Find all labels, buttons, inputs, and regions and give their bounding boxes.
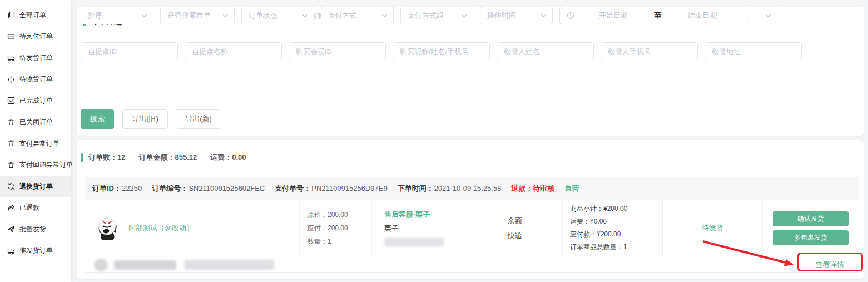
goods-subtotal: 商品小计：¥200.00 bbox=[570, 204, 662, 214]
copy-icon bbox=[7, 11, 15, 19]
order-body: 阿部测试（勿改动） 原价：200.00 应付：200.00 数量：1 售后客服-… bbox=[85, 200, 859, 256]
amount-payable: 应付款：¥200.00 bbox=[570, 230, 662, 239]
sidebar-item-label: 全部订单 bbox=[19, 11, 46, 20]
check-square-icon bbox=[7, 97, 15, 105]
sidebar-item-label: 批量发货 bbox=[19, 225, 46, 234]
confirm-shipment-button[interactable]: 确认发货 bbox=[773, 211, 849, 226]
pickup-id-input[interactable] bbox=[81, 42, 178, 60]
summary-order-count: 订单数：12 bbox=[88, 152, 125, 162]
actions-cell: 确认发货 多包裹发货 bbox=[762, 200, 859, 256]
chevron-down-icon bbox=[381, 13, 388, 19]
service-cell: 售后客服-栗子 栗子 bbox=[371, 200, 467, 256]
refresh-icon bbox=[7, 182, 15, 190]
trash-icon bbox=[7, 118, 15, 126]
filter-row-3: 排序 是否搜索首单 订单状态 支付方式 支付方式组 操作时间 bbox=[81, 7, 748, 24]
payment-no: 支付单号：PN21100915256D97E9 bbox=[275, 184, 387, 194]
after-sales-rep: 售后客服-栗子 bbox=[384, 210, 467, 220]
sidebar-item-pending-receipt[interactable]: 待收货订单 bbox=[0, 69, 71, 91]
pickup-name-input[interactable] bbox=[185, 42, 282, 60]
export-new-button[interactable]: 导出(新) bbox=[176, 109, 221, 129]
payment-method: 余额 bbox=[508, 216, 522, 226]
date-range-picker[interactable]: 开始日期 至 结束日期 bbox=[559, 7, 748, 24]
order-row: 订单ID：22250 订单编号：SN2110091525602FEC 支付单号：… bbox=[85, 177, 859, 273]
status-cell: 待发货 bbox=[662, 200, 762, 256]
sidebar-item-all-orders[interactable]: 全部订单 bbox=[0, 4, 71, 26]
date-range-separator: 至 bbox=[652, 11, 664, 21]
clock-icon bbox=[567, 12, 574, 19]
order-no: 订单编号：SN2110091525602FEC bbox=[152, 184, 265, 194]
sidebar-item-refunded[interactable]: 已退款 bbox=[0, 197, 71, 219]
chevron-down-icon bbox=[141, 13, 147, 19]
buyer-name: 栗子 bbox=[384, 224, 467, 234]
filter-row-1 bbox=[81, 42, 802, 60]
sidebar-item-label: 支付回调异常订单 bbox=[19, 160, 73, 170]
export-old-button[interactable]: 导出(旧) bbox=[122, 109, 168, 129]
sidebar-item-urge-shipment[interactable]: 催发货订单 bbox=[0, 240, 71, 262]
share-icon bbox=[7, 204, 15, 212]
sidebar-item-label: 已关闭订单 bbox=[19, 117, 53, 127]
sidebar-item-label: 催发货订单 bbox=[19, 246, 53, 255]
total-quantity: 订单商品总数量：1 bbox=[570, 243, 662, 252]
sidebar-item-label: 待支付订单 bbox=[19, 32, 53, 41]
price-cell: 原价：200.00 应付：200.00 数量：1 bbox=[299, 200, 371, 256]
order-summary-bar: 订单数：12 订单金额：855.12 运费：0.00 bbox=[81, 152, 255, 162]
sidebar-item-pending-shipment[interactable]: 待发货订单 bbox=[0, 47, 71, 69]
order-status-text: 待发货 bbox=[702, 223, 723, 233]
payment-group-select[interactable]: 支付方式组 bbox=[400, 7, 473, 24]
chevron-down-icon bbox=[461, 13, 467, 19]
operate-time-select[interactable]: 操作时间 bbox=[480, 7, 553, 24]
truck-icon bbox=[7, 54, 15, 62]
order-status-select[interactable]: 订单状态 bbox=[241, 7, 314, 24]
product-cell: 阿部测试（勿改动） bbox=[85, 200, 299, 256]
chevron-down-icon bbox=[540, 13, 547, 19]
summary-shipping-fee: 运费：0.00 bbox=[210, 152, 246, 162]
first-order-select[interactable]: 是否搜索首单 bbox=[160, 7, 235, 24]
original-price: 原价：200.00 bbox=[307, 210, 371, 220]
order-footer: 查看详情 bbox=[85, 256, 859, 273]
sidebar: 全部订单 待支付订单 待发货订单 待收货订单 已完成订单 已关闭订单 支付异常订… bbox=[0, 0, 71, 282]
totals-cell: 商品小计：¥200.00 运费：¥0.00 应付款：¥200.00 订单商品总数… bbox=[562, 200, 662, 256]
buyer-member-id-input[interactable] bbox=[289, 42, 386, 60]
redacted-address bbox=[184, 260, 274, 270]
trash-icon bbox=[7, 140, 15, 147]
sidebar-item-payment-callback-exception[interactable]: 支付回调异常订单 bbox=[0, 155, 71, 176]
sidebar-item-pending-payment[interactable]: 待支付订单 bbox=[0, 26, 71, 48]
sidebar-item-label: 待发货订单 bbox=[19, 53, 53, 63]
order-meta-header: 订单ID：22250 订单编号：SN2110091525602FEC 支付单号：… bbox=[85, 177, 859, 200]
end-date-placeholder: 结束日期 bbox=[664, 11, 742, 21]
sidebar-item-closed[interactable]: 已关闭订单 bbox=[0, 112, 71, 133]
sidebar-item-label: 已完成订单 bbox=[19, 96, 53, 106]
receiver-name-input[interactable] bbox=[497, 42, 594, 60]
multi-package-shipment-button[interactable]: 多包裹发货 bbox=[773, 230, 849, 245]
shipping-fee: 运费：¥0.00 bbox=[570, 217, 662, 226]
receiver-address-input[interactable] bbox=[705, 42, 802, 60]
send-icon bbox=[7, 225, 15, 233]
truck-icon bbox=[7, 247, 15, 255]
card-icon bbox=[7, 33, 15, 41]
summary-order-amount: 订单金额：855.12 bbox=[138, 152, 197, 162]
sidebar-item-label: 退换货订单 bbox=[19, 182, 53, 191]
product-name-link[interactable]: 阿部测试（勿改动） bbox=[128, 223, 194, 233]
filter-buttons: 搜索 导出(旧) 导出(新) bbox=[81, 109, 221, 129]
sidebar-item-label: 支付异常订单 bbox=[19, 139, 59, 149]
payment-method-select[interactable]: 支付方式 bbox=[321, 7, 394, 24]
package-icon bbox=[7, 76, 15, 83]
receiver-phone-input[interactable] bbox=[601, 42, 698, 60]
payable-price: 应付：200.00 bbox=[307, 224, 371, 233]
redacted-phone bbox=[384, 238, 444, 246]
view-details-link[interactable]: 查看详情 bbox=[815, 260, 850, 270]
sidebar-item-returns[interactable]: 退换货订单 bbox=[0, 176, 71, 197]
sidebar-item-completed[interactable]: 已完成订单 bbox=[0, 90, 71, 112]
refund-status-badge: 退款：待审核 bbox=[511, 184, 554, 194]
sidebar-item-payment-exception[interactable]: 支付异常订单 bbox=[0, 133, 71, 155]
order-id: 订单ID：22250 bbox=[92, 184, 142, 194]
search-button[interactable]: 搜索 bbox=[81, 109, 114, 129]
sort-select[interactable]: 排序 bbox=[81, 7, 153, 24]
buyer-nickname-input[interactable] bbox=[393, 42, 490, 60]
chevron-down-icon bbox=[765, 13, 771, 19]
redacted-avatar bbox=[94, 259, 108, 271]
payment-cell: 余额 快递 bbox=[467, 200, 562, 256]
sidebar-item-batch-shipment[interactable]: 批量发货 bbox=[0, 219, 71, 240]
order-list-panel: 订单数：12 订单金额：855.12 运费：0.00 订单ID：22250 订单… bbox=[77, 140, 864, 279]
summary-accent-bar bbox=[81, 153, 83, 162]
